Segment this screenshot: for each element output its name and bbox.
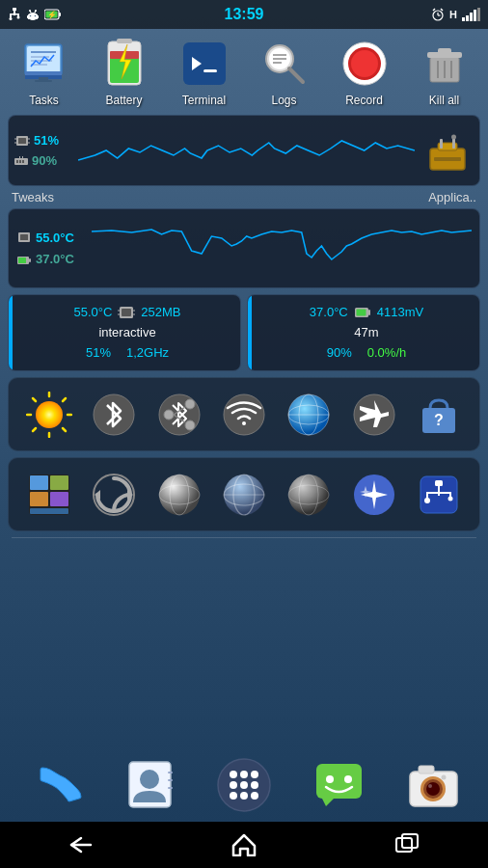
svg-rect-123: [30, 508, 68, 514]
sun-toggle[interactable]: [22, 388, 75, 441]
dock-divider: [12, 537, 476, 538]
terminal-icon: [177, 37, 230, 90]
stats-right-rate: 0.0%/h: [367, 343, 406, 364]
status-time: 13:59: [225, 6, 264, 23]
svg-rect-43: [203, 69, 217, 72]
temp1-stat2: 37.0°C: [36, 252, 74, 266]
svg-rect-119: [30, 475, 48, 490]
svg-rect-27: [27, 46, 60, 73]
svg-point-171: [428, 784, 432, 788]
cpu-temp-icon: [16, 231, 32, 246]
app-terminal[interactable]: Terminal: [171, 37, 238, 107]
svg-line-49: [289, 68, 303, 82]
stats-left-ghz: 1,2GHz: [126, 343, 169, 364]
temp1-stat1: 55.0°C: [36, 231, 74, 245]
home-button[interactable]: [215, 826, 273, 864]
tasks-icon: [17, 37, 70, 90]
svg-rect-56: [438, 48, 451, 54]
svg-point-6: [17, 16, 20, 19]
app-record[interactable]: Record: [331, 37, 398, 107]
monitor1-right-icon[interactable]: [420, 127, 474, 174]
svg-rect-121: [30, 492, 48, 506]
tweaks-label[interactable]: Tweaks: [12, 190, 54, 204]
usb-icon: [8, 8, 21, 21]
svg-rect-141: [438, 486, 440, 496]
stats-left-mb: 252MB: [141, 303, 180, 323]
app-terminal-label: Terminal: [182, 94, 226, 107]
svg-point-11: [30, 15, 32, 17]
svg-point-159: [251, 781, 258, 789]
svg-point-156: [251, 771, 258, 778]
recent-apps-button[interactable]: [378, 826, 436, 864]
sync-app[interactable]: [88, 468, 141, 521]
internet-toggle[interactable]: [283, 388, 336, 441]
wifi-toggle[interactable]: [217, 388, 270, 441]
svg-point-145: [424, 498, 430, 503]
battery-temp-icon: [16, 252, 32, 267]
apps-row: Tasks Battery Te: [0, 29, 488, 111]
monitor1-stat1: 51%: [34, 133, 59, 148]
cpu-mini-icon: [14, 134, 30, 148]
bluetooth-toggle[interactable]: [88, 388, 141, 441]
svg-point-15: [29, 10, 31, 12]
sparkle-app[interactable]: [347, 468, 400, 521]
svg-rect-151: [168, 779, 173, 781]
svg-rect-9: [27, 15, 29, 18]
temp-widget: 55.0°C 37.0°C: [8, 208, 480, 288]
ram-mini-icon: [14, 154, 28, 168]
svg-point-105: [185, 420, 195, 430]
svg-line-98: [33, 398, 36, 401]
svg-line-24: [433, 9, 435, 11]
svg-line-101: [33, 428, 36, 431]
airplane-toggle[interactable]: [347, 388, 400, 441]
status-icons-left: ⚡: [8, 8, 62, 21]
svg-point-104: [185, 399, 195, 409]
svg-rect-174: [396, 838, 412, 852]
svg-rect-10: [38, 15, 40, 18]
phone-dock[interactable]: [24, 753, 87, 816]
globe3-app[interactable]: [283, 468, 336, 521]
svg-point-162: [251, 792, 258, 800]
svg-point-134: [288, 475, 329, 515]
camera-dock[interactable]: [402, 753, 465, 816]
app-tasks[interactable]: Tasks: [11, 37, 78, 107]
contacts-dock[interactable]: [119, 753, 181, 816]
svg-rect-61: [18, 138, 26, 144]
monitor1-stat2: 90%: [32, 153, 57, 168]
svg-rect-67: [16, 160, 18, 163]
apps-grid-dock[interactable]: [213, 753, 276, 816]
usb-drive-app[interactable]: [413, 468, 466, 521]
globe2-app[interactable]: [217, 468, 270, 521]
app-record-label: Record: [345, 94, 383, 107]
svg-rect-92: [356, 310, 366, 316]
applica-label[interactable]: Applica..: [428, 190, 476, 204]
bluetooth-share-toggle[interactable]: [152, 388, 205, 441]
svg-point-165: [344, 775, 352, 783]
stats-row: 55.0°C 252MB interactive 51% 1,2GHz: [8, 294, 480, 371]
chat-dock[interactable]: [308, 753, 370, 816]
svg-rect-35: [35, 80, 52, 82]
svg-point-78: [451, 135, 456, 140]
svg-rect-150: [168, 772, 173, 773]
stats-left-temp: 55.0°C: [73, 303, 112, 323]
app-killall[interactable]: Kill all: [411, 37, 478, 107]
stats-right-time: 47m: [263, 323, 470, 343]
market-toggle[interactable]: ?: [413, 388, 466, 441]
svg-rect-75: [434, 157, 461, 161]
network-type-indicator: H: [449, 9, 457, 20]
signal-strength-icon: [462, 8, 480, 21]
app-battery[interactable]: Battery: [91, 37, 158, 107]
svg-rect-83: [18, 258, 26, 263]
monitor1-chart: [78, 122, 415, 179]
stats-right-temp: 37.0°C: [310, 303, 348, 323]
cpu-stats-icon: [118, 305, 135, 320]
svg-point-109: [224, 394, 264, 435]
nav-bar: [0, 822, 488, 868]
back-button[interactable]: [52, 826, 110, 864]
svg-rect-18: [59, 13, 61, 16]
app-logs[interactable]: Logs: [251, 37, 318, 107]
gallery-app[interactable]: [22, 468, 75, 521]
battery-icon: [97, 37, 150, 90]
stats-left-governor: interactive: [24, 323, 230, 343]
chrome-ball-app[interactable]: [152, 468, 205, 521]
